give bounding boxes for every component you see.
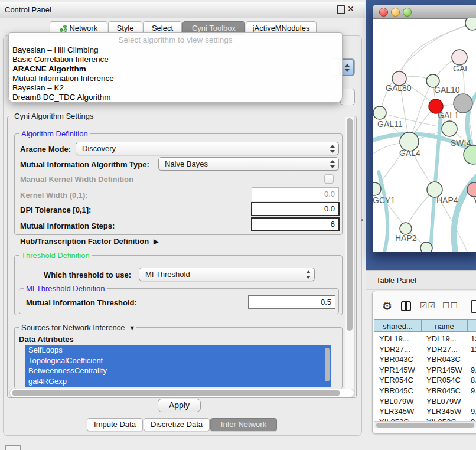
zoom-window-icon[interactable] — [403, 8, 412, 17]
table-cell[interactable]: YBR045C — [379, 386, 413, 396]
table-cell[interactable]: YDL19... — [426, 334, 457, 344]
node-unlabeled-top[interactable] — [465, 18, 476, 30]
settings-hscroll-thumb[interactable] — [12, 390, 340, 396]
table-panel-window: ⚙ ☑☑ ☐☐ shared... name YDL19... YDL19...… — [372, 291, 476, 434]
mi-algorithm-type-combo[interactable]: Naive Bayes — [158, 157, 339, 171]
list-item-gal4rgexp[interactable]: gal4RGexp — [25, 376, 331, 387]
node-gcy1[interactable] — [373, 182, 381, 195]
table-cell[interactable]: YLR345W — [426, 406, 461, 417]
algorithm-option-basic-correlation[interactable]: Basic Correlation Inference — [12, 55, 109, 64]
table-cell[interactable]: 9. — [471, 406, 476, 417]
settings-vertical-scrollbar[interactable] — [345, 117, 355, 396]
table-cell[interactable]: YBR043C — [379, 354, 413, 365]
algorithm-option-dream8[interactable]: Dream8 DC_TDC Algorithm — [12, 93, 111, 102]
settings-vscroll-thumb[interactable] — [347, 118, 353, 331]
list-item-betweennesscentrality[interactable]: BetweennessCentrality — [25, 366, 331, 376]
network-canvas[interactable]: GAL GAL80 GAL10 GAL1 GAL11 SWI4 GAL4 GCY… — [373, 18, 476, 252]
node-table: shared... name YDL19... YDL19... 13 YDR2… — [374, 319, 476, 421]
column-header-clipped[interactable] — [468, 319, 476, 332]
node-hap2[interactable] — [400, 223, 412, 234]
label-gal4: GAL4 — [399, 148, 420, 158]
table-hscroll-thumb[interactable] — [376, 423, 474, 428]
float-window-icon[interactable] — [337, 5, 345, 14]
gear-icon[interactable]: ⚙ — [382, 299, 392, 313]
table-cell[interactable]: 9 — [471, 417, 475, 421]
column-layout-icon[interactable] — [401, 301, 411, 311]
column-header-name[interactable]: name — [422, 319, 468, 332]
mi-steps-label: Mutual Information Steps: — [20, 221, 115, 230]
algorithm-option-bayesian-k2[interactable]: Bayesian – K2 — [12, 83, 64, 93]
stepper-arrows-icon — [330, 144, 335, 154]
table-cell[interactable]: YER054C — [426, 375, 461, 386]
list-item-selfloops[interactable]: SelfLoops — [25, 345, 331, 356]
clipped-toolbar-icon[interactable] — [471, 300, 476, 313]
data-attributes-list: SelfLoops TopologicalCoefficient Between… — [25, 345, 331, 387]
table-cell[interactable]: 9. — [471, 365, 476, 376]
manual-kernel-width-checkbox[interactable] — [324, 174, 334, 184]
table-cell[interactable]: YLR345W — [379, 406, 414, 417]
list-item-topologicalcoefficient[interactable]: TopologicalCoefficient — [25, 356, 331, 366]
hub-definition-toggle[interactable]: Hub/Transcription Factor Definition ▶ — [20, 237, 157, 246]
mi-steps-field[interactable]: 6 — [251, 217, 340, 231]
tab-impute-data[interactable]: Impute Data — [87, 418, 143, 431]
close-window-icon[interactable] — [379, 8, 388, 17]
sources-title[interactable]: Sources for Network Inference ▼ — [19, 323, 136, 332]
table-horizontal-scrollbar[interactable] — [374, 421, 476, 428]
mi-threshold-definition-title: MI Threshold Definition — [24, 284, 107, 293]
table-cell[interactable]: 8. — [471, 375, 476, 386]
tab-infer-network[interactable]: Infer Network — [210, 418, 277, 431]
table-cell[interactable]: YER054C — [379, 375, 413, 386]
manual-kernel-width-label: Manual Kernel Width Definition — [20, 175, 133, 184]
settings-horizontal-scrollbar[interactable] — [9, 389, 354, 397]
label-gal1: GAL1 — [438, 110, 459, 120]
table-cell[interactable]: YPR145W — [426, 365, 462, 376]
kernel-width-field[interactable]: 0.0 — [252, 187, 339, 201]
algorithm-option-aracne[interactable]: ARACNE Algorithm — [12, 64, 86, 74]
node-gal11[interactable] — [373, 106, 386, 119]
stepper-arrows-icon — [344, 63, 350, 73]
table-cell[interactable]: YIL052C — [379, 417, 409, 421]
node-gal-clipped[interactable] — [452, 50, 467, 65]
table-cell[interactable]: YIL052C — [426, 417, 457, 421]
table-cell[interactable]: 12 — [471, 344, 476, 355]
column-header-shared-name[interactable]: shared... — [374, 319, 422, 332]
collapsed-panel-icon[interactable] — [5, 445, 21, 450]
table-cell[interactable]: YBR043C — [426, 354, 461, 365]
close-icon[interactable]: ✕ — [347, 4, 354, 14]
tab-discretize-data[interactable]: Discretize Data — [144, 418, 210, 431]
table-cell[interactable]: YBL079W — [379, 396, 414, 407]
network-view-window[interactable]: GAL GAL80 GAL10 GAL1 GAL11 SWI4 GAL4 GCY… — [373, 5, 476, 252]
mi-threshold-field[interactable]: 0.5 — [248, 295, 335, 309]
aracne-mode-label: Aracne Mode: — [20, 145, 71, 154]
label-gal80: GAL80 — [386, 83, 412, 93]
algorithm-option-bayesian-hill[interactable]: Bayesian – Hill Climbing — [12, 45, 99, 55]
minimize-window-icon[interactable] — [391, 8, 400, 17]
table-cell[interactable]: YDR27... — [379, 344, 410, 355]
algorithm-option-mutual-info[interactable]: Mutual Information Inference — [12, 74, 114, 83]
node-bottom-clipped[interactable] — [420, 242, 432, 252]
attributes-vscroll-thumb[interactable] — [325, 348, 330, 381]
table-cell[interactable]: 9. — [471, 386, 476, 396]
select-all-checkboxes-icon[interactable]: ☑☑ — [420, 301, 436, 310]
apply-button[interactable]: Apply — [158, 399, 201, 412]
label-gcy1: GCY1 — [373, 195, 395, 205]
algorithm-dropdown-popup: Select algorithm to view settings Bayesi… — [8, 32, 343, 103]
table-cell[interactable]: YDL19... — [379, 334, 409, 344]
node-swi4[interactable] — [442, 121, 457, 136]
table-cell[interactable]: YDR27... — [426, 344, 458, 355]
aracne-mode-combo[interactable]: Discovery — [76, 142, 339, 155]
table-cell[interactable]: YBL079W — [426, 396, 461, 407]
threshold-definition-title: Threshold Definition — [19, 251, 92, 260]
network-window-titlebar[interactable] — [373, 5, 476, 19]
which-threshold-combo[interactable]: MI Threshold — [139, 268, 315, 281]
table-cell[interactable]: YBR045C — [426, 386, 461, 396]
label-swi4: SWI4 — [451, 138, 471, 148]
sources-title-label: Sources for Network Inference — [21, 323, 125, 332]
which-threshold-value: MI Threshold — [145, 270, 190, 279]
splitpane-collapse-icon[interactable]: ◂ — [360, 217, 363, 223]
table-cell[interactable]: YPR145W — [379, 365, 415, 376]
dpi-tolerance-field[interactable]: 0.0 — [251, 202, 340, 216]
table-cell[interactable]: 13 — [471, 334, 476, 344]
deselect-all-checkboxes-icon[interactable]: ☐☐ — [442, 301, 458, 310]
tab-infer-label: Infer Network — [221, 420, 266, 429]
